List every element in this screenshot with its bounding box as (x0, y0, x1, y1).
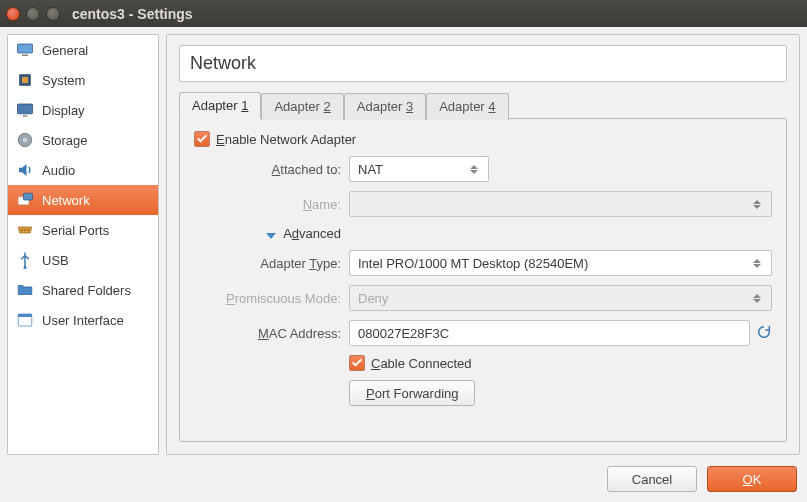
window-minimize-button[interactable] (26, 7, 40, 21)
mac-address-value: 080027E28F3C (358, 326, 449, 341)
tab-adapter-2[interactable]: Adapter 2 (261, 93, 343, 120)
sidebar-item-label: USB (42, 253, 69, 268)
adapter-type-label: Adapter Type: (194, 256, 349, 271)
advanced-toggle[interactable]: Advanced (194, 226, 349, 241)
cancel-label: Cancel (632, 472, 672, 487)
cable-connected-checkbox[interactable] (349, 355, 365, 371)
svg-point-13 (24, 266, 27, 269)
promiscuous-value: Deny (358, 291, 388, 306)
monitor-icon (16, 41, 34, 59)
port-forwarding-button[interactable]: Port Forwarding (349, 380, 475, 406)
cancel-button[interactable]: Cancel (607, 466, 697, 492)
titlebar: centos3 - Settings (0, 0, 807, 27)
svg-rect-3 (22, 77, 28, 83)
adapter-type-select[interactable]: Intel PRO/1000 MT Desktop (82540EM) (349, 250, 772, 276)
sidebar-item-label: Audio (42, 163, 75, 178)
enable-adapter-checkbox[interactable] (194, 131, 210, 147)
main-panel: Network Adapter 1 Adapter 2 Adapter 3 Ad… (166, 34, 800, 455)
window-maximize-button[interactable] (46, 7, 60, 21)
network-icon (16, 191, 34, 209)
tab-adapter-3[interactable]: Adapter 3 (344, 93, 426, 120)
sidebar-item-general[interactable]: General (8, 35, 158, 65)
sidebar-item-shared-folders[interactable]: Shared Folders (8, 275, 158, 305)
sidebar-item-network[interactable]: Network (8, 185, 158, 215)
adapter-tabs: Adapter 1 Adapter 2 Adapter 3 Adapter 4 (179, 92, 787, 119)
window-icon (16, 311, 34, 329)
svg-point-10 (21, 229, 23, 231)
svg-rect-15 (18, 314, 32, 317)
tab-adapter-4[interactable]: Adapter 4 (426, 93, 508, 120)
settings-sidebar: General System Display Storage Audio (7, 34, 159, 455)
sidebar-item-system[interactable]: System (8, 65, 158, 95)
promiscuous-label: Promiscuous Mode: (194, 291, 349, 306)
attached-to-value: NAT (358, 162, 383, 177)
sidebar-item-label: Network (42, 193, 90, 208)
sidebar-item-label: General (42, 43, 88, 58)
window-close-button[interactable] (6, 7, 20, 21)
svg-point-7 (23, 138, 28, 143)
attached-to-select[interactable]: NAT (349, 156, 489, 182)
tab-adapter-1[interactable]: Adapter 1 (179, 92, 261, 119)
svg-rect-5 (23, 115, 28, 117)
svg-rect-9 (24, 193, 33, 200)
mac-label: MAC Address: (194, 326, 349, 341)
sidebar-item-label: Display (42, 103, 85, 118)
promiscuous-select: Deny (349, 285, 772, 311)
sidebar-item-label: Serial Ports (42, 223, 109, 238)
speaker-icon (16, 161, 34, 179)
folder-icon (16, 281, 34, 299)
sidebar-item-user-interface[interactable]: User Interface (8, 305, 158, 335)
window-title: centos3 - Settings (72, 6, 193, 22)
attached-to-label: Attached to: (194, 162, 349, 177)
sidebar-item-display[interactable]: Display (8, 95, 158, 125)
sidebar-item-label: User Interface (42, 313, 124, 328)
disk-icon (16, 131, 34, 149)
sidebar-item-usb[interactable]: USB (8, 245, 158, 275)
svg-point-12 (27, 229, 29, 231)
sidebar-item-label: Storage (42, 133, 88, 148)
svg-rect-1 (22, 55, 28, 57)
page-title: Network (179, 45, 787, 82)
mac-address-input[interactable]: 080027E28F3C (349, 320, 750, 346)
sidebar-item-audio[interactable]: Audio (8, 155, 158, 185)
name-select (349, 191, 772, 217)
dialog-footer: Cancel OK (0, 462, 807, 492)
chip-icon (16, 71, 34, 89)
chevron-down-icon (266, 233, 276, 239)
sidebar-item-label: System (42, 73, 85, 88)
svg-rect-0 (18, 44, 33, 53)
sidebar-item-storage[interactable]: Storage (8, 125, 158, 155)
cable-connected-label: Cable Connected (371, 356, 471, 371)
display-icon (16, 101, 34, 119)
enable-adapter-label: Enable Network Adapter (216, 132, 356, 147)
svg-point-11 (24, 229, 26, 231)
adapter-tab-body: Enable Network Adapter Attached to: NAT … (179, 118, 787, 442)
name-label: Name: (194, 197, 349, 212)
serial-icon (16, 221, 34, 239)
adapter-type-value: Intel PRO/1000 MT Desktop (82540EM) (358, 256, 588, 271)
refresh-mac-button[interactable] (756, 324, 772, 343)
usb-icon (16, 251, 34, 269)
svg-rect-4 (18, 104, 33, 114)
sidebar-item-serial-ports[interactable]: Serial Ports (8, 215, 158, 245)
sidebar-item-label: Shared Folders (42, 283, 131, 298)
ok-button[interactable]: OK (707, 466, 797, 492)
